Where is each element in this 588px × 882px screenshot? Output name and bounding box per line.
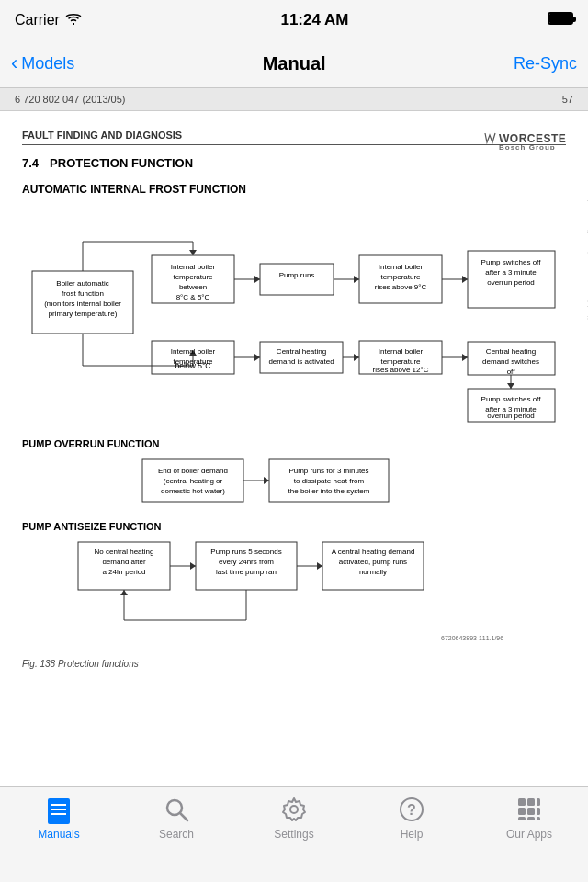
svg-marker-46: [354, 354, 359, 361]
section-title: PROTECTION FUNCTION: [50, 156, 193, 170]
apps-icon: [514, 795, 544, 824]
tab-help[interactable]: ? Help: [366, 795, 458, 841]
wifi-icon: [65, 13, 82, 28]
svg-rect-107: [527, 808, 535, 815]
pump-overrun-diagram: End of boiler demand (central heating or…: [22, 455, 566, 512]
svg-text:the boiler into the system: the boiler into the system: [288, 487, 370, 495]
svg-text:Pump runs: Pump runs: [279, 271, 315, 279]
carrier-info: Carrier: [15, 12, 82, 28]
svg-text:frost function: frost function: [62, 289, 104, 298]
svg-text:domestic hot water): domestic hot water): [161, 487, 225, 495]
svg-rect-105: [537, 798, 540, 806]
help-icon: ?: [397, 795, 426, 824]
svg-text:after a 3 minute: after a 3 minute: [485, 268, 537, 277]
svg-text:8°C & 5°C: 8°C & 5°C: [176, 293, 210, 301]
svg-text:a 24hr period: a 24hr period: [102, 568, 145, 576]
svg-rect-110: [527, 817, 535, 820]
tab-settings[interactable]: Settings: [248, 795, 340, 841]
svg-text:Pump runs 5 seconds: Pump runs 5 seconds: [210, 548, 281, 556]
svg-text:(monitors internal boiler: (monitors internal boiler: [44, 300, 121, 308]
svg-marker-41: [254, 354, 260, 361]
svg-text:A central heating demand: A central heating demand: [332, 548, 415, 556]
diagram-title: AUTOMATIC INTERNAL FROST FUNCTION: [22, 183, 566, 196]
svg-text:?: ?: [407, 802, 416, 818]
svg-marker-84: [317, 562, 322, 570]
svg-text:below 5°C: below 5°C: [175, 361, 211, 370]
pump-antiseize-diagram: No central heating demand after a 24hr p…: [22, 537, 566, 651]
tab-search[interactable]: Search: [130, 795, 222, 841]
fig-caption: Fig. 138 Protection functions: [22, 659, 566, 669]
svg-text:Internal boiler: Internal boiler: [379, 347, 424, 356]
svg-text:6720643893 111.1/96: 6720643893 111.1/96: [441, 635, 503, 641]
svg-rect-106: [518, 808, 526, 815]
content-area: 6 720 802 047 (2013/05) 57 WORCESTER Bos…: [0, 88, 588, 786]
svg-rect-103: [518, 798, 526, 806]
svg-text:Pump switches off: Pump switches off: [481, 258, 542, 266]
svg-text:Bosch Group: Bosch Group: [499, 143, 556, 150]
svg-rect-111: [537, 817, 540, 820]
svg-marker-52: [462, 354, 468, 361]
svg-text:between: between: [179, 283, 207, 291]
svg-marker-11: [189, 250, 197, 255]
svg-rect-108: [537, 808, 540, 815]
svg-text:temperature: temperature: [380, 357, 421, 366]
tab-search-label: Search: [159, 828, 194, 841]
status-bar: Carrier 11:24 AM: [0, 0, 588, 40]
svg-marker-78: [190, 562, 196, 570]
tab-apps[interactable]: Our Apps: [483, 795, 575, 841]
page-title: Manual: [263, 53, 326, 74]
svg-text:primary temperature): primary temperature): [49, 310, 118, 318]
svg-text:normally: normally: [359, 568, 387, 576]
svg-marker-68: [264, 477, 269, 484]
svg-text:demand is activated: demand is activated: [268, 357, 334, 366]
tab-manuals[interactable]: Manuals: [13, 795, 105, 841]
manual-page: WORCESTER Bosch Group FAULT FINDING AND …: [0, 111, 588, 754]
svg-text:Internal boiler: Internal boiler: [379, 263, 424, 271]
svg-text:rises above 12°C: rises above 12°C: [372, 366, 428, 374]
svg-text:Internal boiler: Internal boiler: [171, 263, 216, 271]
svg-marker-58: [507, 383, 514, 389]
nav-bar: ‹ Models Manual Re-Sync: [0, 40, 588, 88]
section-number: 7.4: [22, 156, 39, 170]
svg-text:Central heating: Central heating: [486, 347, 536, 356]
svg-text:No central heating: No central heating: [95, 548, 154, 556]
tab-settings-label: Settings: [274, 828, 313, 841]
svg-marker-22: [354, 276, 359, 283]
svg-text:rises above 9°C: rises above 9°C: [375, 283, 427, 291]
svg-text:End of boiler demand: End of boiler demand: [158, 467, 228, 475]
tab-apps-label: Our Apps: [506, 828, 552, 841]
svg-line-99: [180, 813, 187, 820]
battery-indicator: [548, 12, 573, 28]
svg-marker-28: [462, 276, 468, 283]
svg-text:temperature: temperature: [173, 273, 213, 281]
svg-rect-19: [260, 264, 334, 295]
settings-icon: [279, 795, 309, 824]
svg-marker-92: [120, 590, 128, 595]
back-button[interactable]: ‹ Models: [11, 53, 74, 75]
svg-text:(central heating or: (central heating or: [164, 477, 223, 485]
manuals-icon: [44, 795, 74, 824]
svg-text:demand switches: demand switches: [482, 357, 539, 366]
svg-rect-109: [518, 817, 526, 820]
svg-text:Internal boiler: Internal boiler: [171, 347, 216, 356]
svg-text:demand after: demand after: [102, 558, 145, 566]
pump-overrun-title: PUMP OVERRUN FUNCTION: [22, 438, 566, 449]
frost-function-diagram: Boiler automatic frost function (monitor…: [22, 205, 566, 429]
svg-text:overrun period: overrun period: [487, 278, 535, 287]
svg-text:to dissipate heat from: to dissipate heat from: [294, 477, 365, 485]
svg-text:last time pump ran: last time pump ran: [216, 568, 277, 576]
time-display: 11:24 AM: [280, 11, 348, 29]
page-reference: 6 720 802 047 (2013/05): [15, 94, 126, 105]
svg-text:every 24hrs from: every 24hrs from: [219, 558, 274, 566]
svg-point-100: [290, 806, 298, 813]
tab-help-label: Help: [401, 828, 424, 841]
svg-text:Pump runs for 3 minutes: Pump runs for 3 minutes: [288, 467, 368, 475]
svg-marker-18: [254, 276, 260, 283]
svg-text:Boiler automatic: Boiler automatic: [56, 279, 108, 288]
page-header-strip: 6 720 802 047 (2013/05) 57: [0, 88, 588, 111]
svg-text:overrun period: overrun period: [487, 412, 535, 420]
carrier-text: Carrier: [15, 12, 60, 28]
tab-bar: Manuals Search Settings ? Help: [0, 786, 588, 882]
resync-button[interactable]: Re-Sync: [514, 54, 577, 74]
tab-manuals-label: Manuals: [38, 828, 79, 841]
